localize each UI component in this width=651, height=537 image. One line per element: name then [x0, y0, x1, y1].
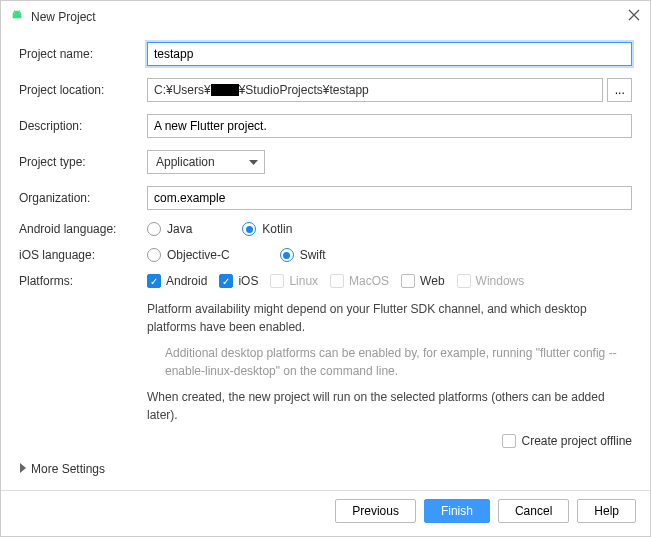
radio-icon: [147, 222, 161, 236]
window-title: New Project: [31, 10, 620, 24]
checkbox-icon: [457, 274, 471, 288]
checkbox-linux: Linux: [270, 274, 318, 288]
checkbox-create-offline[interactable]: Create project offline: [502, 434, 632, 448]
checkbox-icon: ✓: [147, 274, 161, 288]
checkbox-icon: [502, 434, 516, 448]
project-name-input[interactable]: [147, 42, 632, 66]
checkbox-web[interactable]: Web: [401, 274, 444, 288]
checkbox-windows: Windows: [457, 274, 525, 288]
radio-icon: [242, 222, 256, 236]
checkbox-android[interactable]: ✓ Android: [147, 274, 207, 288]
checkbox-icon: ✓: [219, 274, 233, 288]
radio-swift[interactable]: Swift: [280, 248, 326, 262]
description-input[interactable]: [147, 114, 632, 138]
project-location-input[interactable]: C:¥Users¥¥StudioProjects¥testapp: [147, 78, 603, 102]
android-language-label: Android language:: [19, 222, 147, 236]
project-name-label: Project name:: [19, 47, 147, 61]
organization-input[interactable]: [147, 186, 632, 210]
radio-icon: [147, 248, 161, 262]
android-icon: [9, 7, 25, 26]
chevron-down-icon: [249, 155, 258, 169]
close-icon[interactable]: [626, 7, 642, 26]
checkbox-icon: [270, 274, 284, 288]
checkbox-macos: MacOS: [330, 274, 389, 288]
help-button[interactable]: Help: [577, 499, 636, 523]
cancel-button[interactable]: Cancel: [498, 499, 569, 523]
radio-kotlin[interactable]: Kotlin: [242, 222, 292, 236]
previous-button[interactable]: Previous: [335, 499, 416, 523]
checkbox-ios[interactable]: ✓ iOS: [219, 274, 258, 288]
project-type-label: Project type:: [19, 155, 147, 169]
when-created-text: When created, the new project will run o…: [147, 388, 632, 424]
finish-button[interactable]: Finish: [424, 499, 490, 523]
additional-platforms-text: Additional desktop platforms can be enab…: [165, 344, 632, 380]
project-location-label: Project location:: [19, 83, 147, 97]
chevron-right-icon: [19, 462, 27, 476]
ios-language-label: iOS language:: [19, 248, 147, 262]
organization-label: Organization:: [19, 191, 147, 205]
checkbox-icon: [330, 274, 344, 288]
radio-java[interactable]: Java: [147, 222, 192, 236]
platforms-label: Platforms:: [19, 274, 147, 288]
more-settings-toggle[interactable]: More Settings: [1, 448, 650, 490]
redacted-username: [211, 84, 239, 96]
project-type-select[interactable]: Application: [147, 150, 265, 174]
radio-icon: [280, 248, 294, 262]
checkbox-icon: [401, 274, 415, 288]
browse-button[interactable]: ...: [607, 78, 632, 102]
description-label: Description:: [19, 119, 147, 133]
radio-objective-c[interactable]: Objective-C: [147, 248, 230, 262]
platform-availability-text: Platform availability might depend on yo…: [147, 300, 632, 336]
